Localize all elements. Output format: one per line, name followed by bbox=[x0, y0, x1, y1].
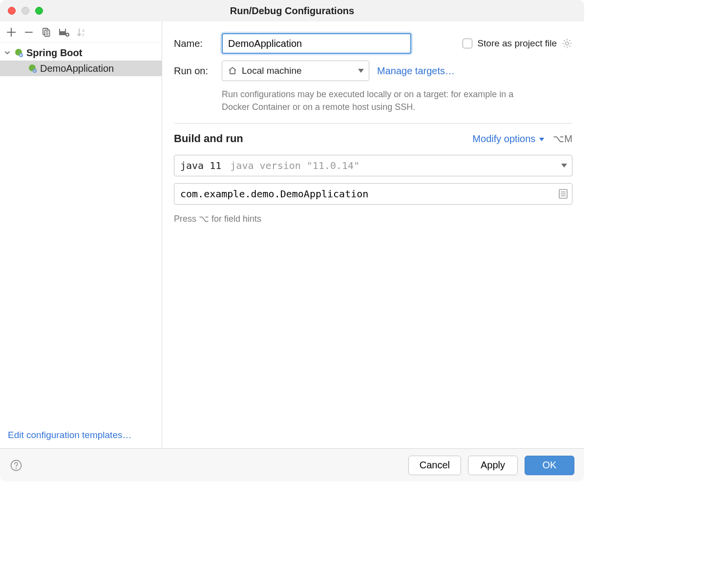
apply-button[interactable]: Apply bbox=[468, 456, 518, 475]
runon-label: Run on: bbox=[174, 65, 214, 77]
configurations-tree: Spring Boot DemoApplication bbox=[0, 43, 162, 424]
window-title: Run/Debug Configurations bbox=[230, 5, 354, 17]
runon-row: Run on: Local machine Manage targets… bbox=[174, 61, 572, 81]
tree-category-label: Spring Boot bbox=[26, 47, 82, 59]
svg-point-11 bbox=[566, 42, 569, 45]
chevron-down-icon bbox=[358, 69, 364, 73]
configurations-toolbar: az bbox=[0, 21, 162, 43]
main-class-input[interactable] bbox=[174, 183, 572, 205]
configurations-panel: az Spring Boot DemoApplication Edit conf… bbox=[0, 21, 162, 448]
copy-configuration-button[interactable] bbox=[41, 27, 52, 38]
remove-configuration-button[interactable] bbox=[23, 27, 34, 38]
svg-text:z: z bbox=[82, 32, 84, 37]
jdk-detail: java version "11.0.14" bbox=[230, 160, 359, 171]
separator bbox=[174, 123, 572, 124]
minimize-window-button[interactable] bbox=[21, 7, 29, 15]
list-icon[interactable] bbox=[559, 189, 568, 199]
jdk-name: java 11 bbox=[180, 160, 221, 171]
jdk-dropdown[interactable]: java 11 java version "11.0.14" bbox=[174, 155, 572, 176]
chevron-down-icon bbox=[561, 164, 567, 168]
field-hint: Press ⌥ for field hints bbox=[174, 213, 572, 224]
content-area: az Spring Boot DemoApplication Edit conf… bbox=[0, 21, 584, 448]
runon-hint: Run configurations may be executed local… bbox=[174, 88, 516, 113]
titlebar: Run/Debug Configurations bbox=[0, 0, 584, 21]
tree-item-demoapplication[interactable]: DemoApplication bbox=[0, 61, 162, 76]
spring-boot-icon bbox=[14, 48, 23, 58]
store-as-project-file[interactable]: Store as project file bbox=[463, 38, 572, 49]
build-and-run-header: Build and run Modify options ⌥M bbox=[174, 132, 572, 145]
close-window-button[interactable] bbox=[8, 7, 16, 15]
help-button[interactable] bbox=[10, 459, 22, 472]
save-configuration-button[interactable] bbox=[59, 27, 69, 38]
section-title: Build and run bbox=[174, 132, 243, 145]
svg-point-14 bbox=[16, 467, 17, 468]
runon-dropdown[interactable]: Local machine bbox=[222, 61, 369, 81]
configuration-editor: Name: Store as project file Run on: Loca… bbox=[162, 21, 584, 448]
name-row: Name: Store as project file bbox=[174, 33, 572, 54]
gear-icon[interactable] bbox=[562, 38, 572, 49]
cancel-button[interactable]: Cancel bbox=[408, 456, 461, 475]
modify-options-shortcut: ⌥M bbox=[553, 133, 572, 145]
name-label: Name: bbox=[174, 38, 214, 49]
name-input[interactable] bbox=[222, 33, 411, 54]
store-label: Store as project file bbox=[477, 38, 557, 49]
checkbox-icon[interactable] bbox=[463, 39, 472, 48]
sort-configurations-button[interactable]: az bbox=[76, 27, 87, 38]
modify-options-label: Modify options bbox=[472, 133, 535, 145]
ok-button[interactable]: OK bbox=[525, 456, 574, 475]
chevron-down-icon bbox=[539, 138, 544, 141]
add-configuration-button[interactable] bbox=[6, 27, 17, 38]
home-icon bbox=[228, 66, 237, 75]
modify-options[interactable]: Modify options ⌥M bbox=[472, 133, 572, 145]
manage-targets-link[interactable]: Manage targets… bbox=[377, 65, 455, 77]
tree-item-label: DemoApplication bbox=[40, 63, 114, 74]
chevron-down-icon bbox=[4, 50, 11, 56]
edit-templates-link[interactable]: Edit configuration templates… bbox=[0, 424, 162, 448]
zoom-window-button[interactable] bbox=[35, 7, 43, 15]
runon-value: Local machine bbox=[242, 65, 302, 76]
tree-category-spring-boot[interactable]: Spring Boot bbox=[0, 45, 162, 61]
dialog-footer: Cancel Apply OK bbox=[0, 448, 584, 482]
window-controls bbox=[8, 7, 43, 15]
spring-boot-icon bbox=[27, 63, 37, 73]
main-class-field-wrap bbox=[174, 183, 572, 205]
